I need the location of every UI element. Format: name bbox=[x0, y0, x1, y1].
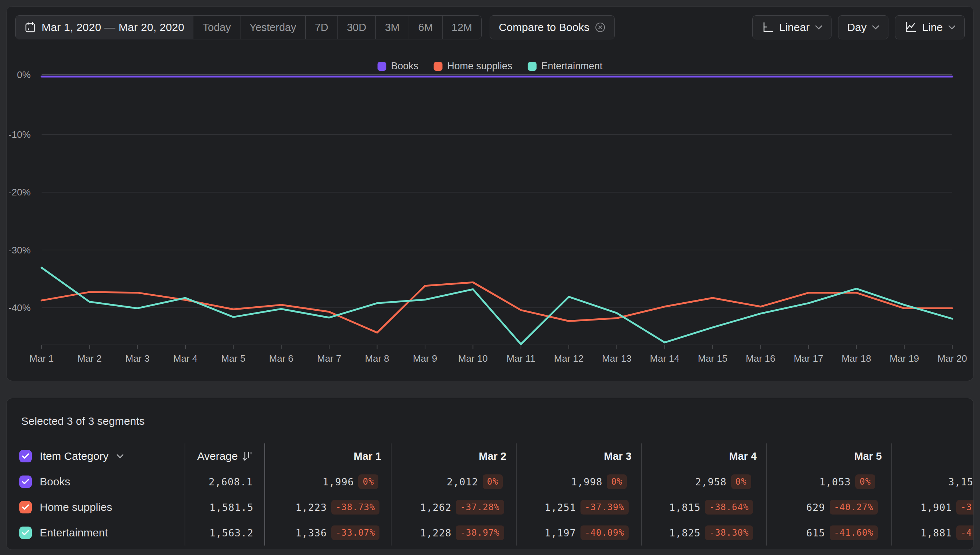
category-header-cell[interactable]: Item Category bbox=[6, 443, 185, 469]
compare-pill[interactable]: Compare to Books bbox=[490, 15, 615, 39]
cell-value: 1,197 bbox=[545, 527, 576, 539]
cell-value: 1,223 bbox=[296, 502, 327, 513]
chevron-down-icon bbox=[815, 25, 823, 29]
x-axis-label: Mar 1 bbox=[30, 353, 54, 364]
row-checkbox[interactable] bbox=[19, 475, 32, 488]
pct-badge: -41.60% bbox=[830, 526, 878, 540]
legend-label: Home supplies bbox=[447, 61, 512, 72]
quick-range-12m[interactable]: 12M bbox=[443, 16, 481, 39]
x-axis-label: Mar 14 bbox=[650, 353, 680, 364]
y-axis-label: 0% bbox=[17, 69, 31, 80]
cell-value: 1,815 bbox=[669, 502, 700, 513]
toolbar-left: Mar 1, 2020 — Mar 20, 2020 Today Yesterd… bbox=[15, 15, 615, 39]
pct-badge-clipped: -3 bbox=[956, 500, 974, 515]
column-divider bbox=[641, 443, 642, 545]
x-axis-label: Mar 9 bbox=[413, 353, 437, 364]
quick-range-30d[interactable]: 30D bbox=[338, 16, 376, 39]
x-axis-label: Mar 15 bbox=[698, 353, 728, 364]
column-divider bbox=[391, 443, 392, 545]
pct-badge: 0% bbox=[731, 475, 751, 489]
date-header-cell: Mar 1 bbox=[264, 443, 391, 469]
quick-range-7d[interactable]: 7D bbox=[306, 16, 338, 39]
remove-compare-icon[interactable] bbox=[595, 22, 606, 33]
pct-badge: -37.28% bbox=[456, 500, 504, 515]
date-header-cell: Mar 4 bbox=[641, 443, 766, 469]
quick-range-today[interactable]: Today bbox=[193, 16, 240, 39]
check-icon bbox=[22, 530, 29, 536]
x-axis-label: Mar 12 bbox=[554, 353, 584, 364]
legend-item-entertainment[interactable]: Entertainment bbox=[528, 61, 602, 72]
scale-dropdown[interactable]: Linear bbox=[752, 15, 832, 39]
x-axis-label: Mar 8 bbox=[365, 353, 389, 364]
series-line-entertainment bbox=[42, 268, 952, 344]
legend-item-home-supplies[interactable]: Home supplies bbox=[434, 61, 512, 72]
column-divider bbox=[766, 443, 767, 545]
date-header-cell: Mar 2 bbox=[391, 443, 516, 469]
average-header-label: Average bbox=[197, 450, 238, 462]
pct-badge: -40.27% bbox=[830, 500, 878, 515]
granularity-dropdown[interactable]: Day bbox=[838, 15, 888, 39]
x-axis-label: Mar 4 bbox=[173, 353, 198, 364]
x-axis-label: Mar 6 bbox=[269, 353, 293, 364]
pct-badge-clipped: -4 bbox=[956, 526, 974, 540]
chart-legend: Books Home supplies Entertainment bbox=[378, 61, 603, 72]
cell-value: 1,251 bbox=[545, 502, 576, 513]
column-divider bbox=[185, 443, 185, 545]
column-divider-thick bbox=[264, 443, 265, 545]
y-axis-label: -30% bbox=[8, 245, 31, 256]
pct-badge: -38.97% bbox=[456, 526, 504, 540]
x-axis-label: Mar 20 bbox=[938, 353, 967, 364]
cell-value-clipped: 1,901 bbox=[921, 502, 952, 513]
series-line-home-supplies bbox=[42, 282, 952, 332]
row-checkbox[interactable] bbox=[19, 526, 32, 539]
table-panel: Selected 3 of 3 segments Item Category A… bbox=[6, 398, 974, 550]
chevron-down-icon bbox=[948, 25, 956, 29]
pct-badge: 0% bbox=[607, 475, 627, 489]
average-header-cell[interactable]: Average bbox=[185, 443, 264, 469]
cell-value: 1,053 bbox=[819, 476, 851, 488]
app: Mar 1, 2020 — Mar 20, 2020 Today Yesterd… bbox=[0, 0, 980, 555]
legend-item-books[interactable]: Books bbox=[378, 61, 418, 72]
legend-label: Books bbox=[391, 61, 418, 72]
home-supplies-swatch bbox=[434, 62, 443, 71]
scale-label: Linear bbox=[779, 21, 810, 34]
row-label: Home supplies bbox=[40, 501, 112, 513]
pct-badge: 0% bbox=[358, 475, 378, 489]
date-header-cell-clipped bbox=[891, 443, 974, 469]
x-axis-label: Mar 16 bbox=[746, 353, 775, 364]
line-chart-icon bbox=[904, 21, 917, 34]
y-axis-label: -40% bbox=[8, 302, 31, 313]
cell-value: 1,228 bbox=[420, 527, 451, 539]
row-checkbox[interactable] bbox=[19, 501, 32, 513]
y-axis-label: -10% bbox=[8, 129, 31, 140]
average-value: 1,563.2 bbox=[209, 527, 254, 539]
check-icon bbox=[22, 453, 29, 459]
chart-type-dropdown[interactable]: Line bbox=[895, 15, 965, 39]
x-axis-label: Mar 11 bbox=[506, 353, 535, 364]
quick-range-3m[interactable]: 3M bbox=[376, 16, 409, 39]
check-icon bbox=[22, 479, 29, 484]
compare-label: Compare to Books bbox=[499, 21, 589, 34]
date-range-label: Mar 1, 2020 — Mar 20, 2020 bbox=[42, 21, 184, 34]
table-row-books: Books 2,608.1 1,9960% 2,0120% 1,9980% 2,… bbox=[6, 469, 974, 494]
x-axis-label: Mar 19 bbox=[890, 353, 919, 364]
cell-value-clipped: 1,881 bbox=[921, 527, 952, 539]
calendar-icon bbox=[24, 21, 36, 33]
entertainment-swatch bbox=[528, 62, 537, 71]
quick-range-yesterday[interactable]: Yesterday bbox=[241, 16, 306, 39]
x-axis-label: Mar 2 bbox=[77, 353, 101, 364]
table-title: Selected 3 of 3 segments bbox=[21, 415, 974, 427]
pct-badge: -33.07% bbox=[331, 526, 379, 540]
select-all-checkbox[interactable] bbox=[19, 450, 32, 462]
table-header-row: Item Category Average Mar 1 Mar 2 Mar 3 … bbox=[6, 443, 974, 469]
column-divider bbox=[516, 443, 517, 545]
cell-value: 629 bbox=[806, 502, 825, 513]
chevron-down-icon bbox=[872, 25, 879, 29]
pct-badge: -38.64% bbox=[705, 500, 753, 515]
cell-value: 1,262 bbox=[420, 502, 451, 513]
category-header-label: Item Category bbox=[40, 450, 108, 462]
row-label: Entertainment bbox=[40, 526, 108, 539]
date-range-button[interactable]: Mar 1, 2020 — Mar 20, 2020 bbox=[16, 16, 193, 39]
quick-range-6m[interactable]: 6M bbox=[409, 16, 442, 39]
segments-table: Item Category Average Mar 1 Mar 2 Mar 3 … bbox=[6, 443, 974, 545]
